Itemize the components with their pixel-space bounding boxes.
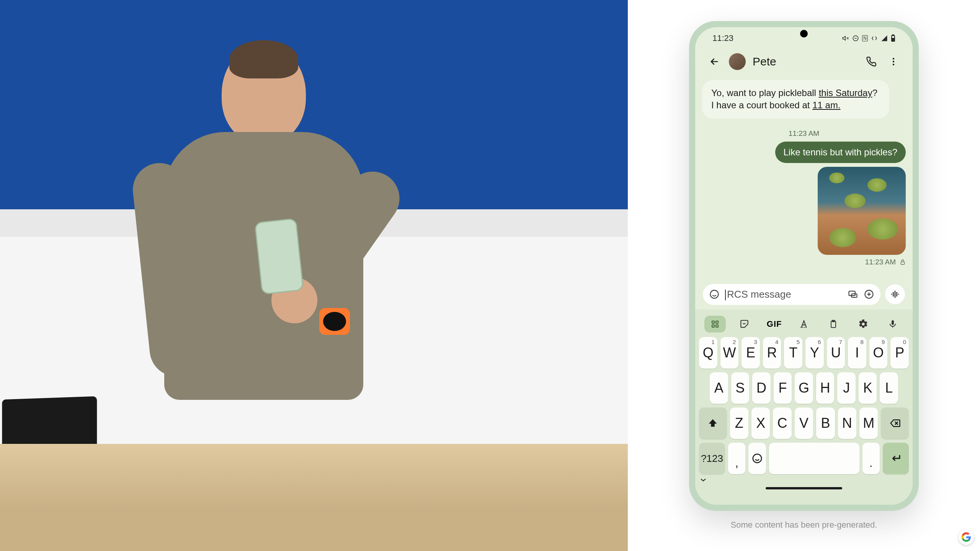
message-link-time[interactable]: 11 am. xyxy=(812,100,840,110)
chat-app-bar: Pete xyxy=(695,46,913,77)
presentation-video-frame xyxy=(0,0,628,551)
emoji-picker-icon[interactable] xyxy=(709,289,720,300)
mute-icon xyxy=(842,35,849,42)
voice-message-button[interactable] xyxy=(885,284,905,304)
key-n[interactable]: N xyxy=(838,408,856,439)
dnd-icon xyxy=(852,35,859,42)
presenter-silhouette xyxy=(130,44,398,503)
keyboard: GIF Q1 W2 E xyxy=(695,310,913,505)
phone-device-frame: 11:23 N xyxy=(689,21,919,511)
key-l[interactable]: L xyxy=(880,372,898,404)
compose-input[interactable]: RCS message xyxy=(725,289,791,300)
outgoing-image-message[interactable] xyxy=(818,167,906,255)
lock-icon xyxy=(900,259,906,265)
key-d[interactable]: D xyxy=(752,372,771,404)
key-c[interactable]: C xyxy=(773,408,791,439)
svg-rect-12 xyxy=(712,321,714,323)
key-x[interactable]: X xyxy=(751,408,770,439)
incoming-message[interactable]: Yo, want to play pickleball this Saturda… xyxy=(702,80,889,119)
key-b[interactable]: B xyxy=(816,408,835,439)
keyboard-apps-icon[interactable] xyxy=(704,316,726,333)
key-h[interactable]: H xyxy=(816,372,835,404)
svg-point-6 xyxy=(893,64,894,65)
key-t[interactable]: T5 xyxy=(784,337,802,368)
navigation-handle[interactable] xyxy=(766,487,842,489)
key-e[interactable]: E3 xyxy=(742,337,760,368)
key-j[interactable]: J xyxy=(837,372,856,404)
key-p[interactable]: P0 xyxy=(890,337,909,368)
key-v[interactable]: V xyxy=(795,408,813,439)
gif-icon[interactable]: GIF xyxy=(764,316,785,333)
phone-showcase-panel: 11:23 N xyxy=(628,0,980,551)
camera-hole xyxy=(800,30,808,37)
symbols-key[interactable]: ?123 xyxy=(699,443,725,474)
key-f[interactable]: F xyxy=(774,372,792,404)
message-link-date[interactable]: this Saturday xyxy=(819,88,872,98)
settings-icon[interactable] xyxy=(853,316,874,333)
key-z[interactable]: Z xyxy=(730,408,748,439)
backspace-key[interactable] xyxy=(881,408,909,439)
status-time: 11:23 xyxy=(712,33,733,43)
enter-key[interactable] xyxy=(883,443,909,474)
phone-screen: 11:23 N xyxy=(695,27,913,505)
keyboard-row-3: Z X C V B N M xyxy=(699,408,909,439)
keyboard-row-2: A S D F G H J K L xyxy=(699,372,909,404)
conversation-timestamp: 11:23 AM xyxy=(702,129,906,138)
key-o[interactable]: O9 xyxy=(869,337,888,368)
mic-icon[interactable] xyxy=(882,316,903,333)
key-m[interactable]: M xyxy=(859,408,878,439)
outgoing-message[interactable]: Like tennis but with pickles? xyxy=(775,142,906,163)
key-w[interactable]: W2 xyxy=(720,337,739,368)
key-r[interactable]: R4 xyxy=(763,337,781,368)
key-g[interactable]: G xyxy=(795,372,813,404)
svg-rect-13 xyxy=(716,321,718,323)
key-a[interactable]: A xyxy=(710,372,728,404)
svg-rect-3 xyxy=(892,38,894,41)
disclaimer-text: Some content has been pre-generated. xyxy=(731,520,877,530)
key-u[interactable]: U7 xyxy=(827,337,845,368)
status-icons-group: N xyxy=(842,34,895,42)
compose-row: RCS message xyxy=(695,282,913,310)
key-q[interactable]: Q1 xyxy=(699,337,717,368)
message-list[interactable]: Yo, want to play pickleball this Saturda… xyxy=(695,77,913,282)
signal-icon xyxy=(881,35,888,42)
keyboard-toolbar: GIF xyxy=(699,313,909,337)
svg-rect-7 xyxy=(901,262,904,264)
keyboard-collapse-icon[interactable] xyxy=(699,477,909,483)
svg-rect-14 xyxy=(712,325,714,327)
laptop-silhouette xyxy=(2,396,97,495)
text-format-icon[interactable] xyxy=(793,316,815,333)
emoji-key[interactable] xyxy=(748,443,766,474)
message-text-part: Yo, want to play pickleball xyxy=(711,88,819,98)
message-timestamp: 11:23 AM xyxy=(865,258,896,266)
svg-point-4 xyxy=(893,58,894,59)
clipboard-icon[interactable] xyxy=(823,316,844,333)
svg-rect-15 xyxy=(716,325,718,327)
message-text: Like tennis but with pickles? xyxy=(784,147,898,157)
sticker-icon[interactable] xyxy=(734,316,755,333)
compose-input-pill[interactable]: RCS message xyxy=(703,284,880,305)
key-s[interactable]: S xyxy=(731,372,750,404)
comma-key[interactable]: , xyxy=(728,443,745,474)
svg-point-8 xyxy=(710,290,719,298)
svg-point-18 xyxy=(753,454,762,463)
key-y[interactable]: Y6 xyxy=(805,337,824,368)
period-key[interactable]: . xyxy=(862,443,880,474)
key-i[interactable]: I8 xyxy=(848,337,866,368)
add-attachment-icon[interactable] xyxy=(864,289,874,300)
call-button[interactable] xyxy=(864,54,879,69)
message-status-row: 11:23 AM xyxy=(702,258,906,266)
contact-avatar[interactable] xyxy=(729,53,746,70)
network-icon xyxy=(871,35,878,42)
back-button[interactable] xyxy=(707,54,722,69)
google-logo xyxy=(959,530,974,545)
contact-name[interactable]: Pete xyxy=(753,55,857,68)
svg-point-5 xyxy=(893,61,894,62)
shift-key[interactable] xyxy=(699,408,727,439)
key-k[interactable]: K xyxy=(859,372,877,404)
magic-compose-icon[interactable] xyxy=(848,289,858,300)
space-key[interactable] xyxy=(769,443,859,474)
more-options-button[interactable] xyxy=(886,54,901,69)
svg-rect-2 xyxy=(892,35,894,36)
battery-icon xyxy=(891,34,895,42)
